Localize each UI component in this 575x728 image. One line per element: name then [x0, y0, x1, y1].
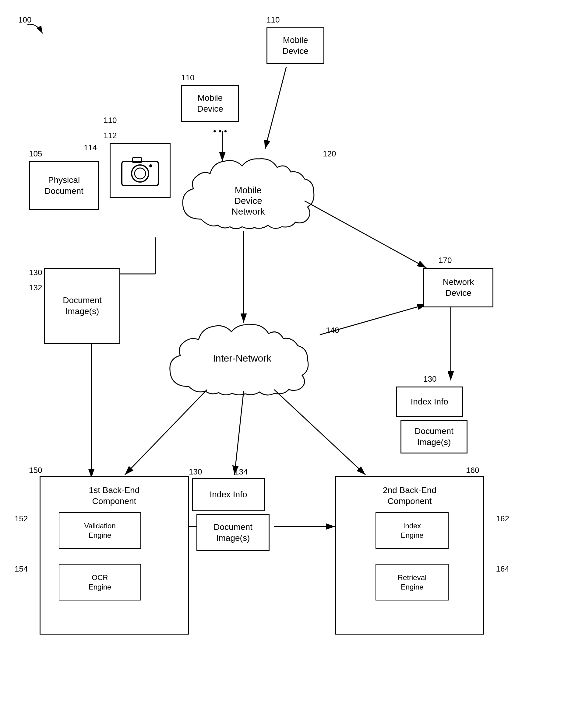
- svg-text:Network: Network: [232, 206, 265, 216]
- backend-1st-box: 1st Back-EndComponent 152 ValidationEngi…: [40, 476, 189, 634]
- index-info-box-2: Index Info: [192, 478, 265, 511]
- inter-network-cloud: Inter-Network: [161, 311, 323, 402]
- mobile-device-2: MobileDevice: [267, 27, 324, 64]
- ref-130-3: 130: [189, 467, 202, 477]
- ref-150: 150: [29, 466, 42, 475]
- ref-162: 162: [496, 514, 509, 524]
- ref-112: 112: [104, 131, 116, 140]
- svg-text:Device: Device: [234, 196, 262, 206]
- svg-text:Inter-Network: Inter-Network: [213, 353, 272, 364]
- index-info-box-1: Index Info: [396, 387, 463, 417]
- camera-box: [110, 143, 171, 198]
- svg-point-22: [135, 168, 145, 179]
- ref-170: 170: [439, 256, 452, 265]
- ref-114: 114: [84, 143, 97, 152]
- ref-152: 152: [14, 514, 28, 524]
- ref-100-arrow: [24, 21, 49, 46]
- svg-point-24: [149, 165, 152, 168]
- document-images-box-2: DocumentImage(s): [197, 514, 270, 551]
- ref-105: 105: [29, 149, 42, 158]
- ref-160: 160: [466, 466, 479, 475]
- svg-line-13: [235, 391, 244, 475]
- index-engine-box: IndexEngine: [375, 512, 449, 549]
- ocr-engine-box: OCREngine: [59, 564, 141, 600]
- ref-132: 132: [29, 283, 42, 292]
- svg-point-21: [132, 165, 148, 182]
- ref-134: 134: [235, 467, 247, 477]
- ref-130-2: 130: [423, 374, 436, 384]
- ref-140: 140: [326, 326, 339, 335]
- ref-130-1: 130: [29, 268, 42, 277]
- svg-line-7: [265, 67, 286, 149]
- validation-engine-box: ValidationEngine: [59, 512, 141, 549]
- ellipsis-dots: •••: [213, 126, 229, 136]
- ref-154: 154: [14, 564, 28, 574]
- svg-line-11: [125, 390, 207, 475]
- backend-2nd-box: 2nd Back-EndComponent 162 IndexEngine 16…: [335, 476, 484, 634]
- svg-text:Mobile: Mobile: [235, 185, 262, 195]
- retrieval-engine-box: RetrievalEngine: [375, 564, 449, 600]
- svg-line-10: [305, 201, 427, 268]
- camera-icon: [119, 152, 161, 189]
- diagram: 100 105 PhysicalDocument 110 112 114: [0, 0, 575, 728]
- inter-network-cloud-svg: Inter-Network: [161, 311, 323, 402]
- ref-120: 120: [323, 149, 336, 158]
- svg-line-12: [274, 390, 366, 475]
- ref-110-2: 110: [181, 73, 194, 82]
- network-device-box: NetworkDevice: [423, 268, 494, 307]
- mobile-network-cloud: Mobile Device Network: [177, 146, 320, 238]
- physical-document-box: PhysicalDocument: [29, 161, 99, 210]
- mobile-device-1: MobileDevice: [181, 85, 239, 122]
- ref-164: 164: [496, 564, 509, 574]
- mobile-network-cloud-svg: Mobile Device Network: [177, 146, 320, 238]
- document-images-box-1: DocumentImage(s): [44, 268, 120, 344]
- ref-110-3: 110: [267, 15, 279, 25]
- ref-110-1: 110: [104, 116, 116, 125]
- document-images-box-right: DocumentImage(s): [401, 420, 468, 453]
